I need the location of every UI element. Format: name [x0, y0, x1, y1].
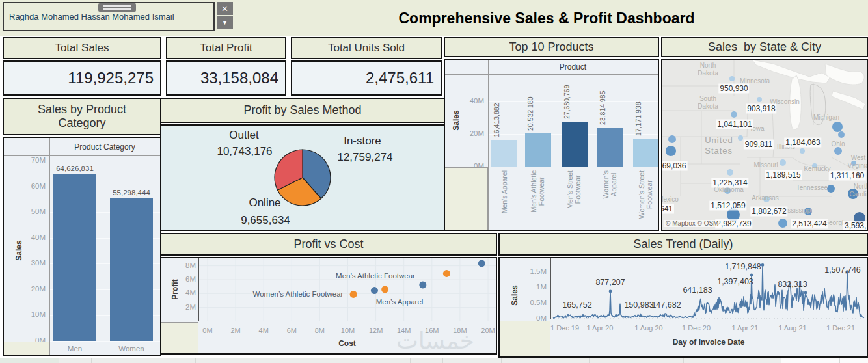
trend-peak-marker[interactable]	[750, 274, 753, 277]
bar-mark[interactable]	[491, 140, 517, 167]
kpi-total-units-label: Total Units Sold	[291, 37, 442, 59]
map-value-label: 909,811	[744, 140, 774, 150]
scatter-point[interactable]	[419, 281, 426, 288]
map-value-label: 1,189,515	[765, 170, 802, 180]
bar-category-label: Women’s Street Footwear	[638, 170, 653, 219]
pie-slice-value: 9,655,634	[241, 214, 290, 227]
pie-slice-label: Online	[249, 196, 280, 209]
gridline	[49, 341, 160, 342]
bar-value-label: 55,298,444	[113, 189, 150, 196]
x-tick-label: 0M	[200, 327, 215, 334]
map-panel[interactable]: North DakotaMinnesotaSouth DakotaWiscons…	[661, 59, 868, 231]
scatter-point[interactable]	[478, 260, 485, 267]
y-tick-label: 50M	[17, 208, 46, 215]
bar-mark[interactable]	[633, 139, 659, 167]
scatter-point[interactable]	[381, 286, 388, 293]
map-state-label: North Carolina	[849, 183, 868, 198]
axis-divider	[49, 138, 50, 355]
bar-mark[interactable]	[110, 198, 153, 341]
axis-corner-cell	[500, 321, 550, 356]
x-tick-label: 1 Aug 20	[629, 324, 668, 332]
bar-mark[interactable]	[53, 174, 96, 341]
scatter-point[interactable]	[443, 270, 450, 277]
x-axis-title: Day of Invoice Date	[550, 338, 867, 347]
x-tick-label: 2M	[228, 327, 243, 334]
y-axis-title: Sales	[452, 110, 461, 130]
pie-slice-label: In-store	[344, 135, 381, 148]
column-header: Product	[488, 62, 658, 72]
y-axis-title: Sales	[510, 285, 519, 305]
x-tick-label: 14M	[396, 327, 412, 334]
bar-mark[interactable]	[525, 133, 551, 167]
bottom-strip	[0, 358, 868, 363]
map-value-label: 1,512,059	[709, 201, 746, 211]
scatter-point-label: Women’s Athletic Footwear	[253, 290, 344, 298]
top10-chart[interactable]: 0M20M40MProductSales16,413,882Men’s Appa…	[444, 59, 659, 231]
x-axis-title: Cost	[198, 339, 496, 348]
bar-category-label: Men’s Athletic Footwear	[530, 170, 545, 213]
pie-canvas	[161, 126, 444, 230]
map-value-label: 2,982,739	[715, 219, 752, 229]
pie-slice-value: 12,759,274	[337, 151, 392, 164]
bar-mark[interactable]	[597, 128, 623, 167]
kpi-total-profit-label: Total Profit	[166, 37, 286, 59]
trend-annotation: 165,752	[562, 301, 591, 310]
pie-slice-label: Outlet	[229, 129, 258, 142]
bar-value-label: 20,532,180	[526, 96, 534, 131]
scatter-point-label: Men’s Apparel	[376, 298, 424, 306]
trend-annotation: 1,397,403	[717, 277, 753, 286]
y-tick-label: 60M	[17, 182, 46, 190]
map-value-label: 641	[661, 204, 674, 214]
bar-category-label: Women’s Apparel	[602, 170, 617, 198]
trend-peak-marker[interactable]	[761, 263, 765, 267]
x-tick-label: 4M	[256, 327, 271, 334]
axis-corner-cell	[4, 342, 49, 355]
column-header: Product Category	[49, 142, 160, 152]
trend-annotation: 641,183	[683, 286, 712, 295]
x-tick-label: 1 Apr 21	[726, 324, 765, 332]
bar-value-label: 23,814,985	[599, 91, 606, 126]
axis-divider	[198, 258, 199, 321]
bar-value-label: 16,413,882	[493, 103, 500, 137]
axis-corner-cell	[161, 323, 198, 355]
trend-peak-marker[interactable]	[804, 291, 807, 295]
y-tick-label: 20M	[455, 129, 484, 137]
bar-value-label: 64,626,831	[56, 165, 94, 172]
x-tick-label: 1 Apr 20	[580, 324, 619, 332]
kpi-total-sales-label: Total Sales	[3, 37, 161, 59]
trend-title: Sales Trend (Daily)	[498, 233, 868, 256]
scatter-chart[interactable]: خمسات 0M2M4M6M8M10M12M14M16M18M20M2M4M6M…	[160, 257, 497, 355]
map-state-label: North Dakota	[698, 62, 718, 77]
map-value-label: 3,593,1	[843, 221, 868, 231]
pie-title: Profit by Sales Method	[160, 98, 445, 123]
bar-mark[interactable]	[562, 122, 588, 167]
dropdown-icon[interactable]: ▼	[217, 16, 233, 29]
scatter-point[interactable]	[371, 287, 378, 294]
bar-category-label: Men’s Apparel	[500, 170, 508, 213]
map-value-label: 69,036	[661, 161, 687, 171]
x-tick-label: 18M	[452, 327, 468, 334]
gridline	[488, 167, 658, 167]
trend-annotation: 147,682	[651, 301, 681, 310]
pie-chart[interactable]: In-store12,759,274Online9,655,634Outlet1…	[160, 124, 445, 231]
trend-chart[interactable]: 0M0.5M1M1.5M1 Dec 191 Apr 201 Aug 201 De…	[498, 257, 868, 358]
y-tick-label: 20M	[17, 285, 46, 293]
drag-handle-icon[interactable]	[98, 3, 136, 12]
name-tag-label: Raghda Mohamed Hassan Mohamed Ismail	[9, 12, 174, 21]
top10-title: Top 10 Products	[444, 37, 659, 57]
axis-divider	[550, 258, 551, 319]
y-tick-label: 0.5M	[518, 299, 547, 306]
scatter-point[interactable]	[350, 291, 357, 298]
map-state-label: Mexico	[661, 196, 679, 204]
name-tag[interactable]: Raghda Mohamed Hassan Mohamed Ismail	[3, 2, 215, 31]
category-chart[interactable]: 0M10M20M30M40M50M60M70MProduct CategoryS…	[3, 137, 161, 356]
x-tick-label: 8M	[312, 327, 327, 334]
trend-peak-marker[interactable]	[609, 289, 612, 293]
close-icon[interactable]: ✕	[217, 2, 233, 15]
y-axis-title: Sales	[14, 240, 23, 260]
map-state-label: Missouri	[753, 161, 778, 169]
map-attribution: © Mapbox © OSM	[664, 220, 720, 227]
category-title: Sales by Product Category	[3, 98, 161, 135]
trend-annotation: 1,507,746	[824, 265, 861, 275]
x-tick-label: 1 Dec 21	[821, 324, 860, 332]
